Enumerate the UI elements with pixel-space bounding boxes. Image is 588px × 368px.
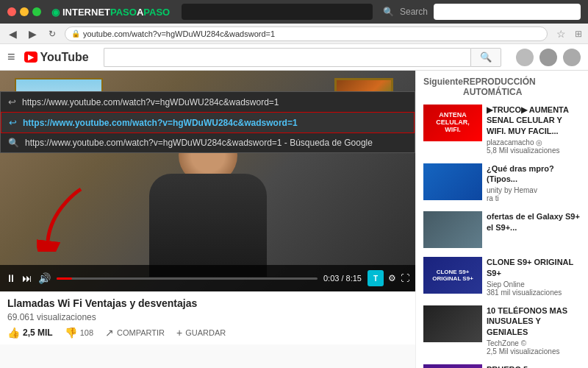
thumbs-down-icon: 👎 <box>65 327 77 339</box>
nav-bar: ◀ ▶ ↻ 🔒 youtube.com/watch?v=hgWDuWU284c&… <box>0 24 588 44</box>
back-button[interactable]: ◀ <box>6 26 20 41</box>
autocomplete-item-3[interactable]: 🔍 https://www.youtube.com/watch?v=hgWDuW… <box>1 133 415 152</box>
autocomplete-dropdown: ↩ https://www.youtube.com/watch?v=hgWDuW… <box>0 91 415 153</box>
youtube-search-button[interactable]: 🔍 <box>470 48 501 67</box>
video-title: Llamadas Wi Fi Ventajas y desventajas <box>7 297 408 309</box>
traffic-lights <box>7 7 41 16</box>
close-button[interactable] <box>7 7 16 16</box>
thumb-antena-content: ANTENACELULAR,WIFI. <box>423 105 482 141</box>
volume-button[interactable]: 🔊 <box>38 272 51 284</box>
sidebar: Siguiente REPRODUCCIÓN AUTOMÁTICA ANTENA… <box>415 71 588 368</box>
next-button[interactable]: ⏭ <box>22 272 32 284</box>
dislike-button[interactable]: 👎 108 <box>65 327 93 339</box>
thumb-auriculares-content: $20 - $200 <box>423 364 482 368</box>
logo-icon: ◉ <box>51 7 60 18</box>
sidebar-video-info-6: PRUEBO 5 AURICULARES BLUETOOTH... desde … <box>487 364 581 368</box>
sidebar-thumb-2 <box>423 163 482 200</box>
sidebar-header: Siguiente REPRODUCCIÓN AUTOMÁTICA <box>416 71 588 100</box>
youtube-logo-icon: ▶ <box>24 52 37 63</box>
sidebar-video-title-5: 10 TELÉFONOS MAS INUSUALES Y GENIALES <box>487 305 581 337</box>
autocomplete-url-2: https://www.youtube.com/watch?v=hgWDuWU2… <box>23 118 298 128</box>
save-icon: + <box>176 327 182 339</box>
youtube-header: ≡ ▶ YouTube 🔍 <box>0 44 588 71</box>
extension-icon[interactable]: ⊞ <box>575 29 582 39</box>
settings-icon[interactable]: ⚙ <box>388 273 396 283</box>
autocomplete-url-1: https://www.youtube.com/watch?v=hgWDuWU2… <box>22 97 279 107</box>
sidebar-video-4[interactable]: CLONE S9+ORIGINAL S9+ CLONE S9+ ORIGINAL… <box>416 252 588 301</box>
sidebar-video-5[interactable]: 10 TELÉFONOS MAS INUSUALES Y GENIALES Te… <box>416 301 588 360</box>
sidebar-video-info-3: ofertas de el Galaxy S9+ el S9+... <box>487 211 581 248</box>
sidebar-thumb-4: CLONE S9+ORIGINAL S9+ <box>423 257 482 294</box>
time-display: 0:03 / 8:15 <box>323 274 362 283</box>
share-icon: ↗ <box>105 327 114 339</box>
sidebar-video-title-4: CLONE S9+ ORIGINAL S9+ <box>487 257 581 278</box>
sidebar-video-views-4: 381 mil visualizaciones <box>487 289 581 297</box>
autocomplete-item-2[interactable]: ↩ https://www.youtube.com/watch?v=hgWDuW… <box>1 112 415 133</box>
video-views: 69.061 visualizaciones <box>7 312 408 322</box>
share-button[interactable]: ↗ COMPARTIR <box>105 327 165 339</box>
lock-icon: 🔒 <box>71 29 80 38</box>
save-label: GUARDAR <box>185 328 226 337</box>
video-player[interactable]: ↩ https://www.youtube.com/watch?v=hgWDuW… <box>0 71 415 291</box>
sidebar-video-3[interactable]: ofertas de el Galaxy S9+ el S9+... <box>416 207 588 252</box>
sidebar-video-info-1: ▶TRUCO▶ AUMENTA SENAL CELULAR Y WIFI. MU… <box>487 105 581 155</box>
avatar-1 <box>516 49 534 66</box>
main-content: ↩ https://www.youtube.com/watch?v=hgWDuW… <box>0 71 588 368</box>
refresh-button[interactable]: ↻ <box>46 27 59 40</box>
logo-text-paso2: PASO <box>143 7 170 18</box>
sidebar-video-info-2: ¿Qué dras mpro? (Tipos... unity by Hemav… <box>487 163 581 203</box>
avatar-3 <box>563 49 581 66</box>
youtube-logo[interactable]: ▶ YouTube <box>24 51 89 64</box>
fullscreen-icon[interactable]: ⛶ <box>401 273 409 283</box>
sidebar-thumb-3 <box>423 211 482 248</box>
progress-bar[interactable] <box>57 277 318 280</box>
thumbs-up-icon: 👍 <box>7 327 20 339</box>
autocomplete-item-1[interactable]: ↩ https://www.youtube.com/watch?v=hgWDuW… <box>1 92 415 112</box>
sidebar-video-channel-4: Siep Online <box>487 280 581 289</box>
play-pause-button[interactable]: ⏸ <box>6 272 16 284</box>
sidebar-video-views-1: 5,8 Mil visualizaciones <box>487 146 581 155</box>
thumb-clone-content: CLONE S9+ORIGINAL S9+ <box>423 257 482 294</box>
sidebar-next-label: Siguiente <box>423 77 463 97</box>
sidebar-video-2[interactable]: ¿Qué dras mpro? (Tipos... unity by Hemav… <box>416 159 588 208</box>
browser-search-right: 🔍 Search <box>383 4 581 20</box>
minimize-button[interactable] <box>20 7 29 16</box>
sidebar-video-info-5: 10 TELÉFONOS MAS INUSUALES Y GENIALES Te… <box>487 305 581 355</box>
teal-icon: T <box>368 270 384 286</box>
search-icon-3: 🔍 <box>8 138 19 148</box>
progress-fill <box>57 277 72 280</box>
video-actions: 👍 2,5 MIL 👎 108 ↗ COMPARTIR + GUARDAR <box>7 327 408 339</box>
youtube-search-input[interactable] <box>104 48 470 67</box>
browser-search-input[interactable] <box>434 4 581 20</box>
bookmark-icon[interactable]: ☆ <box>556 28 566 40</box>
autocomplete-url-3: https://www.youtube.com/watch?v=hgWDuWU2… <box>25 138 373 148</box>
sidebar-video-6[interactable]: $20 - $200 PRUEBO 5 AURICULARES BLUETOOT… <box>416 360 588 368</box>
search-label: Search <box>400 7 428 17</box>
sidebar-video-title-3: ofertas de el Galaxy S9+ el S9+... <box>487 211 581 233</box>
video-section: ↩ https://www.youtube.com/watch?v=hgWDuW… <box>0 71 415 368</box>
time-current: 0:03 <box>323 274 339 283</box>
forward-button[interactable]: ▶ <box>26 26 40 41</box>
avatar-2 <box>539 49 557 66</box>
url-bar[interactable]: 🔒 youtube.com/watch?v=hgWDuWU284c&wadswo… <box>65 26 548 41</box>
browser-top-bar: ◉ INTERNET PASO A PASO 🔍 Search <box>0 0 588 24</box>
header-avatars <box>516 49 581 66</box>
sidebar-video-title-1: ▶TRUCO▶ AUMENTA SENAL CELULAR Y WIFI. MU… <box>487 105 581 136</box>
youtube-logo-text: YouTube <box>40 51 89 64</box>
time-total: 8:15 <box>346 274 362 283</box>
maximize-button[interactable] <box>32 7 41 16</box>
like-count: 2,5 MIL <box>23 328 53 338</box>
video-info: Llamadas Wi Fi Ventajas y desventajas 69… <box>0 291 415 344</box>
like-button[interactable]: 👍 2,5 MIL <box>7 327 53 339</box>
save-button[interactable]: + GUARDAR <box>176 327 226 339</box>
logo-text-internet: INTERNET <box>62 7 110 18</box>
thumb-phones10-content <box>423 305 482 342</box>
browser-logo: ◉ INTERNET PASO A PASO <box>51 7 170 18</box>
sidebar-video-views-2: ra ti <box>487 194 581 202</box>
sidebar-video-1[interactable]: ANTENACELULAR,WIFI. ▶TRUCO▶ AUMENTA SENA… <box>416 100 588 159</box>
history-icon-1: ↩ <box>8 96 16 107</box>
menu-icon[interactable]: ≡ <box>7 49 15 65</box>
sidebar-video-title-2: ¿Qué dras mpro? (Tipos... <box>487 163 581 185</box>
video-controls: ⏸ ⏭ 🔊 0:03 / 8:15 T ⚙ ⛶ <box>0 265 415 291</box>
search-icon: 🔍 <box>383 7 394 17</box>
